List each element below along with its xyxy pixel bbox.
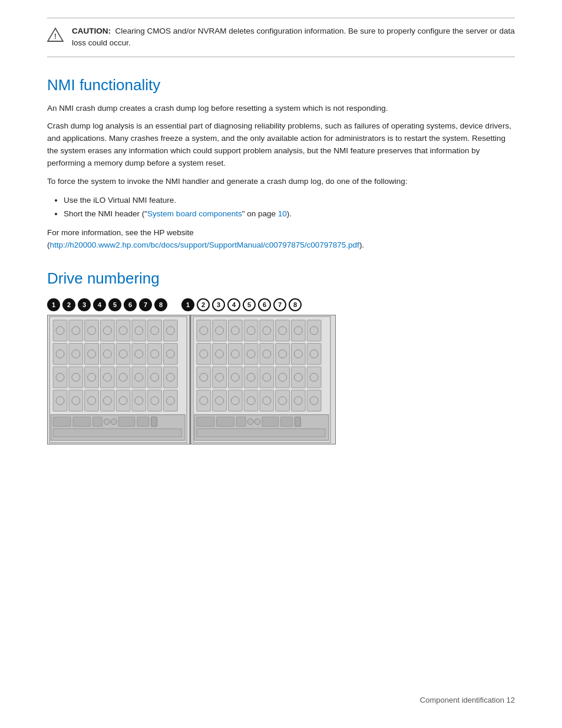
svg-rect-70 [93,417,103,426]
nmi-para3: To force the system to invoke the NMI ha… [47,176,515,188]
caution-text: CAUTION: Clearing CMOS and/or NVRAM dele… [72,25,515,50]
svg-rect-149 [262,417,279,426]
svg-rect-21 [85,343,99,364]
badge-g2-2: 2 [197,298,210,311]
nmi-para2: Crash dump log analysis is an essential … [47,120,515,170]
svg-rect-79 [197,320,211,341]
svg-rect-36 [69,367,83,388]
svg-rect-96 [213,343,227,364]
svg-rect-86 [307,320,321,341]
svg-rect-23 [116,343,130,364]
svg-rect-22 [100,343,114,364]
badge-g1-6: 6 [124,298,137,311]
badge-g1-3: 3 [78,298,91,311]
drive-diagram-container: 1 2 3 4 5 6 7 8 1 2 3 4 5 6 7 8 [47,298,515,446]
badge-g1-1: 1 [47,298,60,311]
svg-rect-128 [213,390,227,411]
svg-rect-58 [163,390,177,411]
chassis-diagram [47,315,336,446]
svg-rect-7 [116,320,130,341]
svg-rect-118 [307,367,321,388]
svg-rect-114 [244,367,258,388]
nmi-para1: An NMI crash dump creates a crash dump l… [47,103,515,115]
system-board-link[interactable]: System board components [147,209,242,218]
badge-g1-8: 8 [154,298,167,311]
page-10-link[interactable]: 10 [278,209,287,218]
badge-g2-1: 1 [181,298,194,311]
svg-rect-24 [132,343,146,364]
nmi-bullet-list: Use the iLO Virtual NMI feature. Short t… [64,194,515,221]
badge-g2-4: 4 [227,298,240,311]
svg-rect-132 [276,390,290,411]
svg-rect-117 [291,367,305,388]
svg-rect-152 [197,429,325,437]
svg-rect-130 [244,390,258,411]
svg-rect-81 [228,320,242,341]
svg-rect-100 [276,343,290,364]
svg-rect-116 [276,367,290,388]
svg-rect-76 [53,429,181,437]
svg-rect-83 [260,320,274,341]
caution-box: ! CAUTION: Clearing CMOS and/or NVRAM de… [47,18,515,57]
badge-g1-7: 7 [139,298,152,311]
svg-point-72 [111,419,117,424]
badge-g2-8: 8 [289,298,302,311]
svg-rect-98 [244,343,258,364]
svg-rect-150 [281,417,293,426]
svg-rect-97 [228,343,242,364]
drive-numbering-title: Drive numbering [47,269,515,288]
nmi-bullet2: Short the NMI header ("System board comp… [64,207,515,221]
svg-rect-6 [100,320,114,341]
svg-point-147 [247,419,253,424]
svg-rect-37 [85,367,99,388]
svg-rect-10 [163,320,177,341]
svg-rect-35 [53,367,67,388]
svg-rect-145 [217,417,234,426]
hp-website-link[interactable]: http://h20000.www2.hp.com/bc/docs/suppor… [50,241,359,249]
svg-rect-146 [236,417,246,426]
svg-rect-25 [148,343,162,364]
svg-rect-82 [244,320,258,341]
svg-rect-73 [118,417,135,426]
svg-rect-112 [213,367,227,388]
svg-rect-40 [132,367,146,388]
svg-rect-111 [197,367,211,388]
svg-rect-75 [151,417,157,426]
badge-g2-7: 7 [273,298,286,311]
drive-labels-group1: 1 2 3 4 5 6 7 8 [47,298,167,311]
svg-point-71 [104,419,110,424]
svg-rect-69 [73,417,91,426]
nmi-para4: For more information, see the HP website… [47,227,515,252]
drive-number-labels: 1 2 3 4 5 6 7 8 1 2 3 4 5 6 7 8 [47,298,302,311]
svg-rect-57 [148,390,162,411]
page-footer: Component identification 12 [420,696,515,704]
svg-point-148 [254,419,260,424]
svg-rect-129 [228,390,242,411]
svg-rect-5 [85,320,99,341]
svg-rect-151 [295,417,300,426]
svg-rect-51 [53,390,67,411]
caution-triangle-icon: ! [47,25,64,45]
svg-rect-9 [148,320,162,341]
svg-rect-41 [148,367,162,388]
svg-rect-85 [291,320,305,341]
svg-rect-38 [100,367,114,388]
svg-rect-39 [116,367,130,388]
caution-body: Clearing CMOS and/or NVRAM deletes confi… [72,27,515,47]
svg-rect-42 [163,367,177,388]
svg-rect-53 [85,390,99,411]
svg-rect-54 [100,390,114,411]
nmi-bullet2-mid: " on page [242,209,278,218]
svg-rect-26 [163,343,177,364]
svg-rect-74 [137,417,149,426]
svg-rect-8 [132,320,146,341]
nmi-para4-suffix: ). [359,241,364,249]
nmi-bullet2-suffix: ). [287,209,292,218]
svg-rect-20 [69,343,83,364]
svg-rect-56 [132,390,146,411]
svg-rect-102 [307,343,321,364]
nmi-section: NMI functionality An NMI crash dump crea… [47,76,515,252]
badge-g1-4: 4 [93,298,106,311]
svg-rect-127 [197,390,211,411]
svg-text:!: ! [54,32,57,41]
